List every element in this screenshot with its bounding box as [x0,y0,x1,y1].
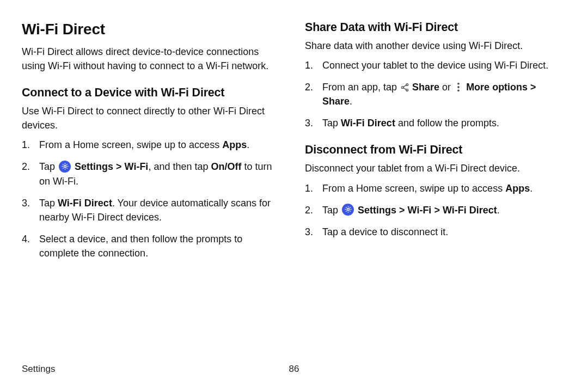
step-text: Tap [322,205,341,216]
svg-line-5 [403,88,406,89]
step-text: From an app, tap [322,82,400,93]
step-text: Connect your tablet to the device using … [322,60,548,71]
step-text: From a Home screen, swipe up to access [322,183,505,194]
step-text: Tap a device to disconnect it. [322,226,448,237]
page-number: 86 [289,364,299,375]
svg-point-0 [64,166,66,168]
bold-text: Apps [222,139,247,150]
step-text: or [439,82,454,93]
step-item: From a Home screen, swipe up to access A… [22,138,283,152]
step-text: , and then tap [148,161,211,172]
step-item: Select a device, and then follow the pro… [22,232,283,260]
section-heading-share: Share Data with Wi-Fi Direct [305,21,566,34]
svg-point-1 [406,84,408,86]
bold-text: On/Off [211,161,241,172]
section-p-disconnect: Disconnect your tablet from a Wi-Fi Dire… [305,161,566,175]
step-text: From a Home screen, swipe up to access [39,139,222,150]
step-item: Tap a device to disconnect it. [305,225,566,239]
step-item: From an app, tap Share or More options >… [305,80,566,108]
step-text: and follow the prompts. [395,118,499,128]
step-item: Connect your tablet to the device using … [305,58,566,72]
intro-paragraph: Wi-Fi Direct allows direct device-to-dev… [22,45,283,73]
svg-point-3 [406,89,408,91]
more-options-icon [454,82,463,92]
step-text: . [247,139,249,150]
page-footer: Settings 86 [22,364,566,375]
svg-line-4 [403,85,406,87]
step-text: Tap [39,161,58,172]
right-column: Share Data with Wi-Fi Direct Share data … [305,21,566,268]
section-p-connect: Use Wi-Fi Direct to connect directly to … [22,104,283,132]
section-heading-disconnect: Disconnect from Wi-Fi Direct [305,143,566,157]
steps-disconnect: From a Home screen, swipe up to access A… [305,181,566,239]
section-p-share: Share data with another device using Wi-… [305,39,566,53]
bold-text: Settings > Wi-Fi > Wi-Fi Direct [355,205,497,216]
svg-point-2 [401,87,403,89]
step-text: Select a device, and then follow the pro… [39,234,242,259]
step-item: Tap Wi-Fi Direct and follow the prompts. [305,116,566,130]
bold-text: Wi-Fi Direct [58,198,112,209]
section-heading-connect: Connect to a Device with Wi-Fi Direct [22,86,283,100]
svg-point-9 [347,209,349,211]
footer-section-label: Settings [22,364,55,374]
svg-point-7 [457,87,460,89]
step-item: Tap Settings > Wi-Fi > Wi-Fi Direct. [305,203,566,217]
step-item: From a Home screen, swipe up to access A… [305,181,566,195]
steps-share: Connect your tablet to the device using … [305,58,566,130]
step-item: Tap Wi-Fi Direct. Your device automatica… [22,196,283,224]
bold-text: Share [409,82,439,93]
page-title: Wi-Fi Direct [22,21,283,38]
step-item: Tap Settings > Wi-Fi, and then tap On/Of… [22,160,283,188]
svg-point-6 [457,83,460,85]
bold-text: Wi-Fi Direct [341,118,395,128]
share-icon [400,82,409,92]
step-text: . [497,205,500,216]
bold-text: Apps [505,183,530,194]
settings-icon [342,204,354,216]
step-text: . [350,96,352,107]
left-column: Wi-Fi Direct Wi-Fi Direct allows direct … [22,21,283,268]
svg-point-8 [457,90,460,92]
steps-connect: From a Home screen, swipe up to access A… [22,138,283,260]
bold-text: Settings > Wi-Fi [72,161,148,172]
step-text: . [530,183,532,194]
settings-icon [59,161,71,173]
step-text: Tap [322,118,341,128]
step-text: Tap [39,198,58,209]
content-columns: Wi-Fi Direct Wi-Fi Direct allows direct … [22,21,566,268]
